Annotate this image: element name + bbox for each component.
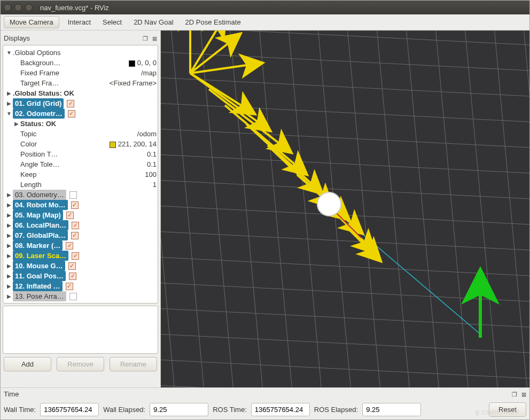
add-button[interactable]: Add (4, 357, 51, 371)
display-item-09[interactable]: ▶09. Laser Sca…✓ (4, 251, 157, 261)
wall-elapsed-label: Wall Elapsed: (103, 406, 145, 414)
move-camera-button[interactable]: Move Camera (4, 16, 59, 28)
svg-line-12 (161, 256, 529, 277)
odom-color-row[interactable]: Color 221, 200, 14 (4, 139, 157, 149)
checkbox-icon[interactable]: ✓ (68, 262, 76, 270)
odom-keep-row[interactable]: Keep 100 (4, 169, 157, 180)
svg-line-46 (190, 73, 257, 121)
checkbox-icon[interactable]: ✓ (67, 100, 74, 107)
titlebar: nav_fuerte.vcg* - RViz (1, 1, 529, 14)
display-item-06[interactable]: ▶06. LocalPlan…✓ (4, 220, 157, 230)
svg-line-24 (169, 30, 206, 387)
remove-button[interactable]: Remove (57, 357, 104, 371)
toolbar: Move Camera Interact Select 2D Nav Goal … (1, 14, 529, 30)
display-item-05[interactable]: ▶05. Map (Map)✓ (4, 210, 157, 220)
plan-line (329, 206, 481, 335)
expand-icon[interactable]: ▶ (5, 88, 13, 98)
background-color-row[interactable]: Backgroun… 0, 0, 0 (4, 58, 157, 68)
display-item-04[interactable]: ▶04. Robot Mo…✓ (4, 200, 157, 210)
odom-length-row[interactable]: Length 1 (4, 180, 157, 190)
close-panel-icon[interactable]: ⊠ (521, 391, 526, 398)
minimize-icon[interactable] (14, 4, 22, 11)
checkbox-icon[interactable]: ✓ (69, 191, 77, 199)
checkbox-icon[interactable]: ✓ (66, 283, 73, 290)
displays-panel: Displays ❐ ⊠ ▼ .Global Options Backgroun… (1, 30, 161, 387)
display-item-11[interactable]: ▶11. Goal Pos…✓ (4, 271, 157, 281)
global-status-row[interactable]: ▶ .Global Status: OK (4, 88, 157, 98)
reset-button[interactable]: Reset (489, 402, 526, 417)
odom-status-row[interactable]: ▶ Status: OK (4, 119, 157, 129)
checkbox-icon[interactable]: ✓ (69, 293, 77, 300)
checkbox-icon[interactable]: ✓ (72, 252, 79, 260)
undock-icon[interactable]: ❐ (143, 35, 148, 42)
odom-position-tol-row[interactable]: Position T… 0.1 (4, 149, 157, 159)
body: Displays ❐ ⊠ ▼ .Global Options Backgroun… (1, 30, 529, 387)
checkbox-icon[interactable]: ✓ (66, 212, 74, 219)
svg-line-8 (161, 153, 529, 175)
checkbox-icon[interactable]: ✓ (69, 273, 76, 280)
wall-time-input[interactable] (40, 403, 99, 416)
svg-line-30 (345, 30, 383, 387)
time-panel: Time ❐ ⊠ Wall Time: Wall Elapsed: ROS Ti… (1, 387, 529, 419)
rename-button[interactable]: Rename (110, 357, 157, 371)
displays-tree[interactable]: ▼ .Global Options Backgroun… 0, 0, 0 Fix… (3, 45, 158, 304)
odom-topic-row[interactable]: Topic /odom (4, 129, 157, 139)
scene-svg (161, 30, 529, 387)
display-item-08[interactable]: ▶08. Marker (…✓ (4, 240, 157, 251)
display-item-02[interactable]: ▼ 02. Odometr… ✓ (4, 108, 157, 119)
svg-line-3 (161, 30, 529, 46)
svg-line-11 (161, 230, 529, 252)
display-item-03[interactable]: ▶ 03. Odometry… ✓ (4, 190, 157, 200)
ros-elapsed-input[interactable] (362, 403, 421, 416)
checkbox-icon[interactable]: ✓ (72, 222, 79, 229)
fixed-frame-row[interactable]: Fixed Frame /map (4, 68, 157, 78)
svg-line-42 (190, 30, 217, 73)
checkbox-icon[interactable]: ✓ (71, 232, 79, 239)
close-panel-icon[interactable]: ⊠ (152, 35, 157, 42)
checkbox-icon[interactable]: ✓ (68, 110, 75, 118)
maximize-icon[interactable] (25, 4, 33, 11)
svg-line-53 (337, 215, 364, 242)
select-button[interactable]: Select (99, 17, 125, 28)
robot-footprint (317, 192, 341, 216)
display-item-07[interactable]: ▶07. GlobalPla…✓ (4, 230, 157, 240)
display-item-10[interactable]: ▶10. Mouse G…✓ (4, 261, 157, 271)
odometry-arrows (190, 30, 369, 250)
pose-estimate-button[interactable]: 2D Pose Estimate (182, 17, 244, 28)
description-box (3, 306, 158, 354)
svg-line-36 (521, 30, 529, 387)
expand-icon[interactable]: ▶ (5, 98, 13, 108)
undock-icon[interactable]: ❐ (512, 391, 517, 398)
svg-line-49 (246, 124, 310, 183)
odom-angle-tol-row[interactable]: Angle Tole… 0.1 (4, 159, 157, 169)
checkbox-icon[interactable]: ✓ (71, 201, 79, 209)
close-icon[interactable] (4, 4, 11, 11)
displays-title: Displays (4, 34, 30, 42)
wall-time-label: Wall Time: (4, 406, 36, 414)
svg-line-9 (161, 179, 529, 200)
expand-icon[interactable]: ▶ (5, 190, 13, 200)
svg-line-48 (225, 105, 294, 164)
interact-button[interactable]: Interact (65, 17, 94, 28)
nav-goal-button[interactable]: 2D Nav Goal (130, 17, 176, 28)
3d-viewport[interactable] (161, 30, 529, 387)
ros-time-input[interactable] (251, 403, 310, 416)
display-item-01[interactable]: ▶ 01. Grid (Grid) ✓ (4, 98, 157, 108)
collapse-icon[interactable]: ▼ (5, 108, 13, 119)
target-frame-row[interactable]: Target Fra… <Fixed Frame> (4, 78, 157, 88)
display-item-13[interactable]: ▶13. Pose Arra…✓ (4, 291, 157, 301)
ros-time-label: ROS Time: (213, 406, 247, 414)
checkbox-icon[interactable]: ✓ (66, 242, 73, 250)
svg-line-33 (433, 30, 471, 387)
svg-line-31 (375, 30, 412, 387)
expand-icon[interactable]: ▶ (13, 119, 20, 129)
ros-elapsed-label: ROS Elapsed: (314, 406, 358, 414)
time-title: Time (4, 390, 19, 398)
svg-line-35 (492, 30, 529, 387)
global-options-row[interactable]: ▼ .Global Options (4, 48, 157, 58)
svg-line-16 (161, 359, 529, 380)
wall-elapsed-input[interactable] (150, 403, 208, 416)
display-item-12[interactable]: ▶12. Inflated …✓ (4, 281, 157, 291)
svg-line-6 (161, 102, 529, 123)
collapse-icon[interactable]: ▼ (5, 48, 13, 58)
